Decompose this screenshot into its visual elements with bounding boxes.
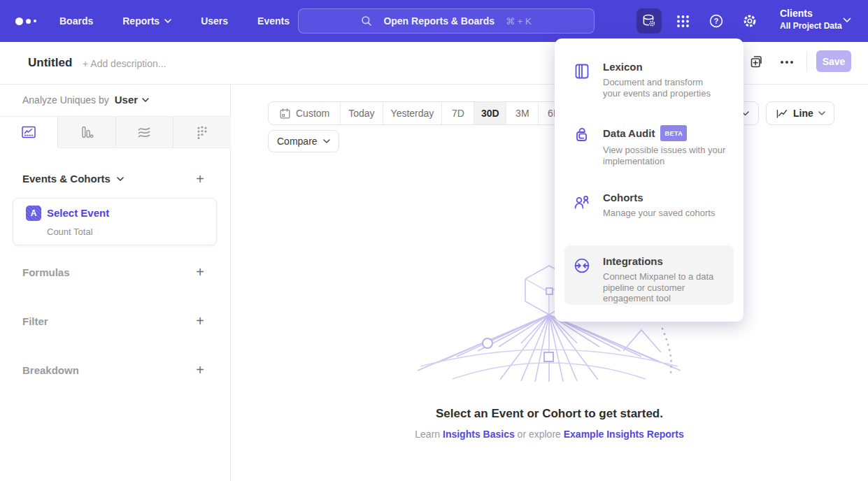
global-search-bar[interactable]: Open Reports & Boards ⌘ + K <box>298 8 595 34</box>
select-event-card[interactable]: A Select Event Count Total <box>13 198 217 245</box>
more-icon <box>781 61 783 64</box>
empty-state-title: Select an Event or Cohort to get started… <box>231 407 868 421</box>
add-breakdown-button[interactable]: + <box>194 364 206 376</box>
calendar-icon <box>279 108 291 120</box>
mixpanel-logo-icon[interactable] <box>15 0 36 42</box>
menu-item-lexicon[interactable]: Lexicon Document and transform your even… <box>573 61 731 99</box>
mixpanel-insights-app: Boards Reports Users Events Open Reports… <box>0 0 868 481</box>
count-total-label: Count Total <box>47 227 93 237</box>
select-event-label: Select Event <box>47 207 109 219</box>
tab-bar-chart[interactable] <box>57 117 115 148</box>
chevron-down-icon <box>323 139 330 143</box>
tab-line-chart[interactable] <box>0 117 57 148</box>
menu-item-text: Integrations Connect Mixpanel to a data … <box>603 255 713 304</box>
nav-links: Boards Reports Users Events <box>59 0 290 42</box>
chevron-down-icon <box>142 98 149 102</box>
compare-dropdown[interactable]: Compare <box>268 130 339 152</box>
date-range-3m-label: 3M <box>515 108 529 119</box>
add-filter-button[interactable]: + <box>194 315 206 327</box>
chart-type-dropdown[interactable]: Line <box>766 101 834 125</box>
chart-type-tabs <box>0 116 231 148</box>
add-event-button[interactable]: + <box>194 173 206 185</box>
data-management-button[interactable] <box>636 8 662 34</box>
filter-section-label: Filter <box>22 315 48 327</box>
menu-item-text: Data AuditBETA View possible issues with… <box>603 125 725 166</box>
nav-item-users-label: Users <box>201 15 228 27</box>
query-sidebar: Analyze Uniques by User <box>0 85 231 481</box>
example-reports-link[interactable]: Example Insights Reports <box>564 429 684 440</box>
cohorts-description: Manage your saved cohorts <box>603 208 715 219</box>
integrations-description: Connect Mixpanel to a data pipeline or c… <box>603 271 713 304</box>
project-switcher[interactable]: Clients All Project Data <box>780 7 842 31</box>
data-audit-icon <box>573 127 591 145</box>
chevron-down-icon <box>117 177 124 181</box>
integrations-title: Integrations <box>603 255 663 268</box>
question-circle-icon: ? <box>709 13 724 29</box>
settings-button[interactable] <box>737 8 762 34</box>
gear-icon <box>742 13 757 29</box>
header-divider <box>806 52 807 71</box>
menu-item-text: Cohorts Manage your saved cohorts <box>603 192 715 219</box>
cohorts-title: Cohorts <box>603 192 643 204</box>
line-chart-icon <box>775 107 788 120</box>
analyze-by-value: User <box>115 94 138 106</box>
event-series-badge: A <box>26 206 41 221</box>
report-title[interactable]: Untitled <box>28 56 72 70</box>
search-shortcut: ⌘ + K <box>506 16 532 27</box>
nav-item-events[interactable]: Events <box>257 15 290 27</box>
search-icon <box>361 15 372 27</box>
tab-flow-chart[interactable] <box>115 117 173 148</box>
nav-item-boards-label: Boards <box>59 15 93 27</box>
analyze-by-row: Analyze Uniques by User <box>22 94 149 106</box>
menu-item-cohorts[interactable]: Cohorts Manage your saved cohorts <box>573 192 731 219</box>
menu-item-integrations[interactable]: Integrations Connect Mixpanel to a data … <box>573 255 731 304</box>
nav-item-reports[interactable]: Reports <box>122 15 171 27</box>
analyze-by-label: Analyze Uniques by <box>22 94 109 106</box>
chart-type-label: Line <box>793 108 813 119</box>
flow-chart-icon <box>136 124 152 141</box>
date-range-yesterday-label: Yesterday <box>391 108 434 119</box>
top-nav: Boards Reports Users Events Open Reports… <box>0 0 868 42</box>
empty-state-subtitle: Learn Insights Basics or explore Example… <box>231 429 868 440</box>
more-options-button[interactable] <box>776 54 797 71</box>
empty-state-middle: or explore <box>518 429 561 440</box>
nav-item-reports-label: Reports <box>122 15 159 27</box>
nav-item-users[interactable]: Users <box>201 15 228 27</box>
lexicon-book-icon <box>573 62 591 80</box>
save-button[interactable]: Save <box>816 50 851 72</box>
date-range-custom[interactable]: Custom <box>269 102 340 124</box>
date-range-30d[interactable]: 30D <box>474 102 506 124</box>
add-description-field[interactable]: + Add description... <box>83 58 166 69</box>
events-cohorts-header[interactable]: Events & Cohorts <box>22 173 124 185</box>
duplicate-report-button[interactable] <box>749 54 766 71</box>
lexicon-description: Document and transform your events and p… <box>603 77 711 99</box>
apps-grid-button[interactable] <box>670 8 695 34</box>
help-button[interactable]: ? <box>704 8 729 34</box>
chevron-down-icon <box>843 17 851 23</box>
date-range-3m[interactable]: 3M <box>506 102 538 124</box>
data-audit-title: Data Audit <box>603 127 655 140</box>
data-management-menu: Lexicon Document and transform your even… <box>555 38 744 322</box>
formulas-section-label: Formulas <box>22 266 70 278</box>
add-formula-button[interactable]: + <box>194 266 206 278</box>
svg-text:?: ? <box>714 17 718 25</box>
nav-item-boards[interactable]: Boards <box>59 15 93 27</box>
date-range-30d-label: 30D <box>481 108 499 119</box>
more-icon <box>790 61 793 64</box>
metric-dots-icon <box>194 124 211 141</box>
tab-metric-dots[interactable] <box>173 117 231 148</box>
menu-item-data-audit[interactable]: Data AuditBETA View possible issues with… <box>573 125 731 166</box>
dot-grid-icon <box>676 14 690 29</box>
lexicon-title: Lexicon <box>603 61 643 73</box>
analyze-by-selector[interactable]: User <box>115 94 149 106</box>
insights-basics-link[interactable]: Insights Basics <box>443 429 515 440</box>
more-icon <box>785 61 788 64</box>
bar-chart-icon <box>78 124 95 141</box>
date-range-today[interactable]: Today <box>340 102 382 124</box>
chevron-down-icon <box>818 111 825 115</box>
nav-item-events-label: Events <box>257 15 290 27</box>
copy-plus-icon <box>749 54 764 69</box>
date-range-7d[interactable]: 7D <box>441 102 474 124</box>
integrations-icon <box>573 257 591 275</box>
date-range-yesterday[interactable]: Yesterday <box>383 102 442 124</box>
